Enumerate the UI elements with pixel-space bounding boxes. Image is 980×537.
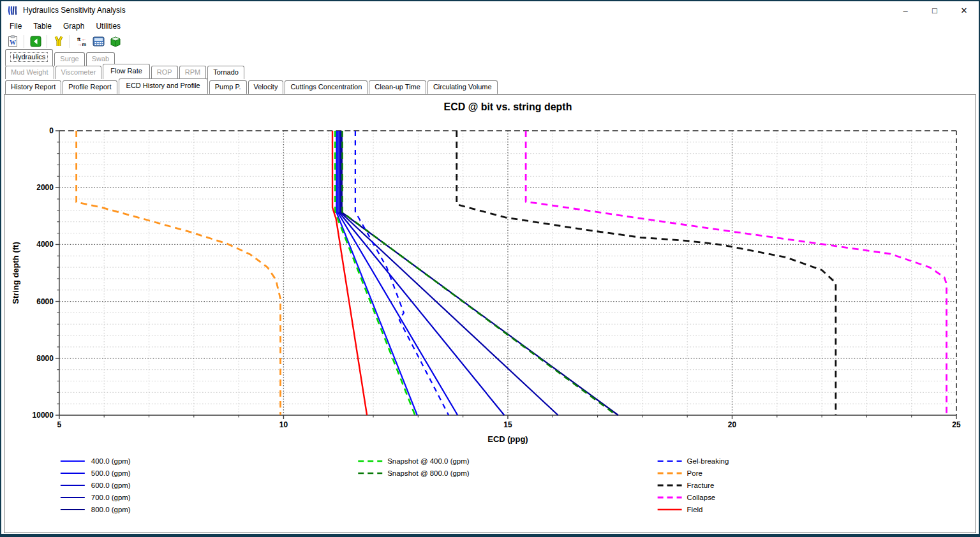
svg-text:0: 0 — [49, 126, 54, 135]
legend-label-collapse: Collapse — [687, 494, 716, 501]
toolbar-separator — [47, 35, 47, 48]
svg-text:20: 20 — [728, 420, 737, 429]
tab-rpm: RPM — [179, 66, 206, 79]
title-bar: Hydraulics Sensitivity Analysis – □ ✕ — [1, 1, 979, 19]
tab-viscometer: Viscometer — [56, 66, 102, 79]
svg-text:5: 5 — [57, 420, 62, 429]
tab-flow-rate[interactable]: Flow Rate — [103, 64, 150, 79]
tab-pump-p[interactable]: Pump P. — [209, 80, 247, 94]
calculator-icon — [93, 36, 105, 47]
legend-label-q500: 500.0 (gpm) — [91, 469, 131, 477]
legend-label-gel: Gel-breaking — [687, 457, 729, 465]
series-snap800 — [343, 131, 617, 415]
legend-label-fracture: Fracture — [687, 482, 715, 489]
legend-label-q400: 400.0 (gpm) — [91, 457, 131, 465]
tab-label: Hydraulics — [10, 52, 48, 62]
menu-utilities[interactable]: Utilities — [90, 20, 126, 32]
back-arrow-icon — [30, 36, 41, 47]
word-document-icon: W — [7, 35, 19, 47]
tab-rop: ROP — [151, 66, 178, 79]
report-book-button[interactable] — [107, 34, 124, 49]
svg-text:6000: 6000 — [36, 297, 54, 306]
chart-panel: 5101520250200040006000800010000ECD @ bit… — [4, 94, 976, 533]
minimize-button[interactable]: – — [891, 1, 920, 19]
wellbore-button[interactable] — [50, 34, 67, 49]
tab-strip: HydraulicsSurgeSwab Mud WeightViscometer… — [1, 50, 979, 95]
series-snap400 — [335, 131, 415, 415]
maximize-button[interactable]: □ — [920, 1, 949, 19]
series-q600 — [339, 131, 505, 415]
toolbar-separator — [70, 35, 70, 48]
svg-text:10: 10 — [279, 420, 288, 429]
tab-clean-up-time[interactable]: Clean-up Time — [369, 80, 426, 94]
svg-text:→: → — [77, 41, 82, 47]
menu-bar: File Table Graph Utilities — [1, 19, 979, 33]
series-fracture — [457, 131, 836, 415]
ecd-profile-chart: 5101520250200040006000800010000ECD @ bit… — [4, 95, 976, 533]
svg-text:4000: 4000 — [36, 240, 54, 249]
svg-text:m: m — [82, 41, 86, 47]
legend-label-snap800: Snapshot @ 800.0 (gpm) — [387, 469, 470, 477]
legend-label-field: Field — [687, 506, 703, 513]
svg-text:ECD (ppg): ECD (ppg) — [487, 434, 528, 444]
tab-surge: Surge — [54, 52, 84, 66]
tab-mud-weight: Mud Weight — [5, 66, 54, 79]
svg-text:25: 25 — [952, 420, 961, 429]
legend-label-snap400: Snapshot @ 400.0 (gpm) — [387, 457, 470, 465]
tab-row-analysis-mode: HydraulicsSurgeSwab — [5, 51, 979, 66]
tab-circulating-volume[interactable]: Circulating Volume — [427, 80, 498, 94]
series-collapse — [526, 131, 946, 415]
wellbore-icon — [53, 36, 64, 47]
series-gel — [355, 131, 449, 415]
menu-graph[interactable]: Graph — [57, 20, 90, 32]
legend-label-q800: 800.0 (gpm) — [91, 506, 131, 513]
tab-tornado[interactable]: Tornado — [207, 66, 244, 79]
svg-text:2000: 2000 — [36, 183, 54, 192]
tab-velocity[interactable]: Velocity — [248, 80, 284, 94]
close-button[interactable]: ✕ — [949, 1, 979, 19]
ft-to-m-icon: ft ← → m — [76, 36, 87, 47]
legend-label-q700: 700.0 (gpm) — [91, 494, 131, 501]
svg-text:15: 15 — [503, 420, 512, 429]
legend-label-q600: 600.0 (gpm) — [91, 482, 131, 489]
menu-file[interactable]: File — [4, 20, 27, 32]
tab-row-output: History ReportProfile ReportECD History … — [5, 80, 979, 95]
series-q800 — [342, 131, 618, 415]
tab-hydraulics[interactable]: Hydraulics — [5, 49, 53, 66]
app-window: Hydraulics Sensitivity Analysis – □ ✕ Fi… — [0, 0, 980, 537]
legend-label-pore: Pore — [687, 469, 702, 477]
app-logo-icon — [6, 4, 19, 17]
menu-table[interactable]: Table — [27, 20, 57, 32]
page-turn-icon — [110, 36, 122, 47]
calculator-button[interactable] — [90, 34, 107, 49]
tab-history-report[interactable]: History Report — [5, 80, 61, 94]
svg-text:W: W — [10, 39, 16, 46]
window-title: Hydraulics Sensitivity Analysis — [23, 6, 126, 15]
tab-cuttings-concentration[interactable]: Cuttings Concentration — [285, 80, 368, 94]
tool-bar: W ft ← → m — [1, 33, 979, 50]
tab-profile-report[interactable]: Profile Report — [63, 80, 117, 94]
toolbar-separator — [24, 35, 24, 48]
unit-convert-button[interactable]: ft ← → m — [73, 34, 90, 49]
series-pore — [77, 131, 281, 415]
svg-text:ECD @ bit vs. string depth: ECD @ bit vs. string depth — [444, 101, 572, 112]
svg-text:10000: 10000 — [33, 411, 54, 420]
svg-text:String depth (ft): String depth (ft) — [11, 242, 20, 304]
word-report-button[interactable]: W — [4, 34, 21, 49]
back-button[interactable] — [27, 34, 44, 49]
tab-ecd-history-and-profile[interactable]: ECD History and Profile — [119, 78, 208, 94]
window-controls: – □ ✕ — [891, 1, 979, 19]
svg-text:8000: 8000 — [36, 354, 54, 363]
